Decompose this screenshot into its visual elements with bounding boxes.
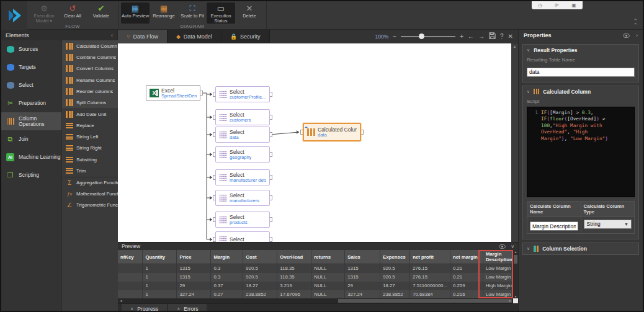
operation-item-replace[interactable]: Replace <box>62 120 118 131</box>
scroll-right-icon[interactable]: ► <box>508 298 512 303</box>
sidebar-item-preparation[interactable]: ✂Preparation <box>1 94 61 112</box>
properties-visibility-icon[interactable] <box>623 33 630 38</box>
operation-item-trim[interactable]: Trim <box>62 165 118 176</box>
sidebar-item-column-operations[interactable]: Column Operations <box>1 112 61 130</box>
node-select-customerprofile[interactable]: SelectcustomerProfile... <box>215 86 270 102</box>
rearrange-button[interactable]: ▦Rearrange <box>150 2 178 24</box>
column-header-overhead[interactable]: OverHead <box>277 250 311 264</box>
history-icon[interactable]: ◷ <box>538 2 542 9</box>
help-button[interactable]: ? <box>500 33 504 40</box>
calculate-column-type-select[interactable]: String ▼ <box>584 220 632 229</box>
validate-button[interactable]: ✔Validate <box>87 2 115 24</box>
calculated-column-icon <box>534 89 539 94</box>
properties-expand-icon[interactable]: › <box>636 32 638 38</box>
scale-to-fit-button[interactable]: ⛶Scale to Fit <box>178 2 207 24</box>
ribbon-collapse-icon[interactable]: ⌃⌃ <box>633 19 638 28</box>
window-icon[interactable]: ▣ <box>571 2 576 9</box>
node-select-manufacturers[interactable]: Selectmanufacturers <box>215 190 270 206</box>
preview-table[interactable]: nfKeyQuantityPriceMarginCostOverHeadretu… <box>118 250 518 299</box>
auto-preview-button[interactable]: ▦Auto Preview <box>121 2 150 24</box>
close-tab-button[interactable]: ✕ <box>508 33 513 40</box>
table-vertical-scrollbar[interactable]: ▲▼ <box>513 250 518 298</box>
zoom-slider-thumb[interactable] <box>419 33 424 39</box>
clear-all-button[interactable]: ↺Clear All <box>58 2 87 24</box>
sidebar-item-sources[interactable]: Sources <box>1 40 61 58</box>
sidebar-item-join[interactable]: ⧉Join <box>1 130 61 148</box>
operation-item-calculated-column[interactable]: Calculated Column <box>62 40 118 51</box>
preview-collapse-icon[interactable]: ∨ <box>511 244 514 249</box>
operation-item-add-date-unit[interactable]: Add Date Unit <box>62 109 118 120</box>
node-select-manufacturer-deta[interactable]: Selectmanufacturer deta... <box>215 169 270 185</box>
table-row[interactable]: 1290.3718.273.219NULL2918.277.5110000000… <box>118 282 518 290</box>
bottom-tabs: ∧Progress∧Errors <box>118 303 518 312</box>
sidebar-item-machine-learning[interactable]: AIMachine Learning <box>1 148 61 166</box>
column-header-sales[interactable]: Sales <box>345 250 380 264</box>
table-row[interactable]: 1327.240.27238.885217.67096NULL327.24238… <box>118 290 518 299</box>
table-row[interactable]: 113150.3920.5118.35NULL1315920.5276.150.… <box>118 264 518 273</box>
operation-item-convert-columns[interactable]: Convert Columns <box>62 63 118 74</box>
operation-item-string-right[interactable]: String Right <box>62 143 118 154</box>
save-icon[interactable] <box>489 32 496 40</box>
redo-icon[interactable]: → <box>478 33 485 40</box>
zoom-in-button[interactable]: + <box>460 33 463 40</box>
operation-item-trigonometric-functi[interactable]: ∠Trigonometric Functi... <box>62 199 118 210</box>
column-header-expenses[interactable]: Expenses <box>380 250 410 264</box>
bottom-tab-errors[interactable]: ∧Errors <box>168 304 207 312</box>
operation-item-rename-columns[interactable]: Rename Columns <box>62 74 118 86</box>
operation-item-substring[interactable]: Substring <box>62 154 118 165</box>
scroll-up-icon[interactable]: ▲ <box>511 43 518 48</box>
node-select-geography[interactable]: Selectgeography <box>215 146 270 163</box>
column-header-nfkey[interactable]: nfKey <box>118 250 143 264</box>
operation-item-combine-columns[interactable]: Combine Columns <box>62 51 118 63</box>
bottom-tab-progress[interactable]: ∧Progress <box>122 304 167 312</box>
resulting-table-name-input[interactable] <box>527 68 635 77</box>
table-horizontal-scrollbar[interactable]: ◄ ► <box>118 298 518 303</box>
tab-security[interactable]: 🔒Security <box>221 30 270 43</box>
diagram-canvas[interactable]: XExcelSpreadSheetDemo I...Selectcustomer… <box>118 43 511 242</box>
panel-collapse-icon[interactable]: ‹ <box>111 32 113 38</box>
preview-visibility-icon[interactable] <box>499 244 506 249</box>
operation-item-string-left[interactable]: String Left <box>62 131 118 142</box>
operation-item-mathematical-function[interactable]: ƒxMathematical Function <box>62 188 118 199</box>
scroll-left-icon[interactable]: ◄ <box>119 298 123 303</box>
script-editor[interactable]: 1IF([Margin] > 0.3, IF(floor([OverHead])… <box>527 107 635 197</box>
undo-icon[interactable]: ← <box>468 33 474 40</box>
operation-item-reorder-columns[interactable]: Reorder columns <box>62 86 118 97</box>
sidebar-item-targets[interactable]: Targets <box>1 58 61 76</box>
tab-data-model[interactable]: ◆Data Model <box>168 30 221 43</box>
hscroll-thumb[interactable] <box>338 299 512 303</box>
calculate-column-name-input[interactable] <box>530 221 578 231</box>
preview-panel: Preview ∨ nfKeyQuantityPriceMarginCostOv… <box>118 242 518 311</box>
column-selection-header[interactable]: ∨ Column Selection <box>527 246 635 252</box>
node-excel-spreadsheetdemo-i[interactable]: XExcelSpreadSheetDemo I... <box>146 85 200 101</box>
node-select-data[interactable]: Selectdata <box>215 127 270 143</box>
zoom-out-button[interactable]: − <box>393 33 396 40</box>
node-calculated-column-data[interactable]: Calculated Column...data <box>303 123 361 141</box>
operation-item-split-columns[interactable]: Split Columns <box>62 97 118 108</box>
column-header-quantity[interactable]: Quantity <box>143 250 177 264</box>
node-select-products[interactable]: Selectproducts <box>215 212 270 228</box>
delete-button[interactable]: ✕Delete <box>235 2 264 24</box>
canvas-vertical-scrollbar[interactable]: ▲ <box>511 43 518 242</box>
zoom-slider[interactable] <box>401 36 455 37</box>
column-header-net-profit[interactable]: net profit <box>410 250 450 264</box>
column-header-cost[interactable]: Cost <box>243 250 277 264</box>
column-header-net-margin[interactable]: net margin <box>450 250 483 264</box>
column-header-price[interactable]: Price <box>177 250 211 264</box>
sidebar-item-select[interactable]: Select <box>1 76 61 94</box>
operation-label: Rename Columns <box>76 78 115 83</box>
node-select-customers[interactable]: Selectcustomers <box>215 109 270 125</box>
operation-item-aggregation-function[interactable]: ΣAggregation Function <box>62 177 118 188</box>
execution-model-button[interactable]: ⚙Execution Model ▾ <box>30 2 58 24</box>
table-row[interactable]: 113150.3920.5118.35NULL1315920.5276.150.… <box>118 273 518 282</box>
execution-status-button[interactable]: ▭Execution Status <box>207 2 235 24</box>
node-select-sel[interactable]: Select <box>215 231 270 242</box>
tree-icon[interactable]: ⊫ <box>555 2 559 9</box>
table-cell: 29 <box>345 282 380 290</box>
column-header-returns[interactable]: returns <box>311 250 345 264</box>
sidebar-item-scripting[interactable]: ❒Scripting <box>1 166 61 184</box>
calculated-column-header[interactable]: ∨ Calculated Column <box>527 89 635 95</box>
tab-data-flow[interactable]: ⑂Data Flow <box>118 30 168 43</box>
column-header-margin[interactable]: Margin <box>211 250 243 264</box>
result-properties-header[interactable]: ∨ Result Properties <box>527 47 635 53</box>
